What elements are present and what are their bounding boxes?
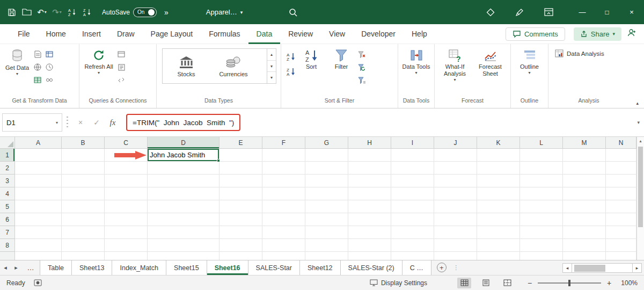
normal-view-button[interactable]: [457, 278, 471, 288]
cell-K4[interactable]: [477, 187, 520, 200]
column-header-N[interactable]: N: [606, 137, 636, 149]
cell-Jx[interactable]: [434, 252, 477, 260]
insert-function-button[interactable]: fx: [105, 113, 121, 132]
from-web-icon[interactable]: [32, 62, 43, 73]
scroll-up-icon[interactable]: ▴: [637, 137, 644, 145]
person-icon[interactable]: [627, 28, 636, 39]
sheet-tab-sheet16[interactable]: Sheet16: [207, 260, 248, 275]
column-header-I[interactable]: I: [391, 137, 434, 149]
cell-J5[interactable]: [434, 200, 477, 213]
cell-Ex[interactable]: [219, 252, 262, 260]
cell-A6[interactable]: [15, 213, 62, 226]
formula-input[interactable]: =TRIM(" John Jacob Smith "): [133, 119, 234, 127]
cell-L2[interactable]: [520, 162, 563, 175]
cell-G7[interactable]: [305, 226, 348, 239]
more-commands-icon[interactable]: »: [164, 8, 169, 17]
zoom-out-button[interactable]: −: [526, 279, 533, 287]
cell-M3[interactable]: [563, 175, 606, 187]
cell-H5[interactable]: [348, 200, 391, 213]
column-header-E[interactable]: E: [219, 137, 262, 149]
cell-G5[interactable]: [305, 200, 348, 213]
cell-E6[interactable]: [219, 213, 262, 226]
cell-M7[interactable]: [563, 226, 606, 239]
data-analysis-button[interactable]: Data Analysis: [555, 49, 604, 57]
cell-D3[interactable]: [148, 175, 219, 187]
cell-B6[interactable]: [62, 213, 105, 226]
data-tools-button[interactable]: Data Tools ▾: [401, 47, 431, 75]
what-if-analysis-button[interactable]: ? What-If Analysis ▾: [438, 47, 472, 82]
cell-E5[interactable]: [219, 200, 262, 213]
cell-C3[interactable]: [105, 175, 148, 187]
open-folder-icon[interactable]: [19, 4, 34, 20]
document-title[interactable]: Apparel… ▾: [201, 6, 248, 18]
cell-Hx[interactable]: [348, 252, 391, 260]
cell-J2[interactable]: [434, 162, 477, 175]
cell-E7[interactable]: [219, 226, 262, 239]
horizontal-scrollbar[interactable]: ◂ ▸: [562, 263, 642, 273]
sheet-tab-truncated[interactable]: C …: [402, 260, 431, 275]
from-table-range-icon[interactable]: [44, 49, 55, 60]
cell-E4[interactable]: [219, 187, 262, 200]
column-header-H[interactable]: H: [348, 137, 391, 149]
sheet-tab-sheet13[interactable]: Sheet13: [72, 260, 113, 275]
properties-icon[interactable]: [116, 62, 127, 73]
cell-K1[interactable]: [477, 149, 520, 162]
stocks-item[interactable]: Stocks: [163, 49, 210, 83]
cell-C7[interactable]: [105, 226, 148, 239]
cell-I7[interactable]: [391, 226, 434, 239]
cell-M1[interactable]: [563, 149, 606, 162]
cell-Ix[interactable]: [391, 252, 434, 260]
cell-I5[interactable]: [391, 200, 434, 213]
vertical-scrollbar[interactable]: ▴: [636, 137, 644, 260]
sort-button[interactable]: AZ Sort: [296, 47, 326, 70]
page-layout-view-button[interactable]: [479, 278, 493, 288]
cell-Nx[interactable]: [606, 252, 636, 260]
cell-Dx[interactable]: [148, 252, 219, 260]
cell-M8[interactable]: [563, 239, 606, 252]
comments-button[interactable]: Comments: [506, 27, 565, 41]
cell-E3[interactable]: [219, 175, 262, 187]
tab-file[interactable]: File: [10, 24, 38, 44]
cell-M4[interactable]: [563, 187, 606, 200]
refresh-all-button[interactable]: Refresh All ▾: [82, 47, 116, 75]
search-icon[interactable]: [286, 4, 301, 20]
cell-J3[interactable]: [434, 175, 477, 187]
tab-scrollbar-divider[interactable]: ⋮: [454, 260, 458, 275]
cell-E8[interactable]: [219, 239, 262, 252]
tab-view[interactable]: View: [321, 24, 353, 44]
new-sheet-button[interactable]: +: [437, 263, 447, 272]
page-break-view-button[interactable]: [500, 278, 514, 288]
cell-N8[interactable]: [606, 239, 636, 252]
cell-Bx[interactable]: [62, 252, 105, 260]
cell-M2[interactable]: [563, 162, 606, 175]
cell-B1[interactable]: [62, 149, 105, 162]
row-header-3[interactable]: 3: [0, 175, 15, 187]
cell-M6[interactable]: [563, 213, 606, 226]
cell-Fx[interactable]: [262, 252, 305, 260]
row-header-1[interactable]: 1: [0, 149, 15, 162]
select-all-button[interactable]: [0, 137, 15, 149]
existing-connections-icon[interactable]: [44, 75, 55, 85]
cell-B8[interactable]: [62, 239, 105, 252]
cell-A5[interactable]: [15, 200, 62, 213]
cell-A8[interactable]: [15, 239, 62, 252]
cell-F1[interactable]: [262, 149, 305, 162]
zoom-level[interactable]: 100%: [617, 279, 638, 287]
outline-button[interactable]: Outline ▾: [515, 47, 545, 75]
zoom-in-button[interactable]: +: [605, 279, 613, 287]
cell-A7[interactable]: [15, 226, 62, 239]
tab-formulas[interactable]: Formulas: [201, 24, 248, 44]
formula-bar-grip[interactable]: [67, 117, 68, 128]
cell-E1[interactable]: [219, 149, 262, 162]
row-header-7[interactable]: 7: [0, 226, 15, 239]
cell-D8[interactable]: [148, 239, 219, 252]
cell-Lx[interactable]: [520, 252, 563, 260]
tab-page-layout[interactable]: Page Layout: [143, 24, 201, 44]
column-header-C[interactable]: C: [105, 137, 148, 149]
column-header-L[interactable]: L: [520, 137, 563, 149]
cell-J4[interactable]: [434, 187, 477, 200]
cell-I8[interactable]: [391, 239, 434, 252]
sheet-tab-sheet12[interactable]: Sheet12: [300, 260, 341, 275]
cell-H1[interactable]: [348, 149, 391, 162]
sheets-scroll-left-icon[interactable]: ◂: [0, 260, 11, 275]
